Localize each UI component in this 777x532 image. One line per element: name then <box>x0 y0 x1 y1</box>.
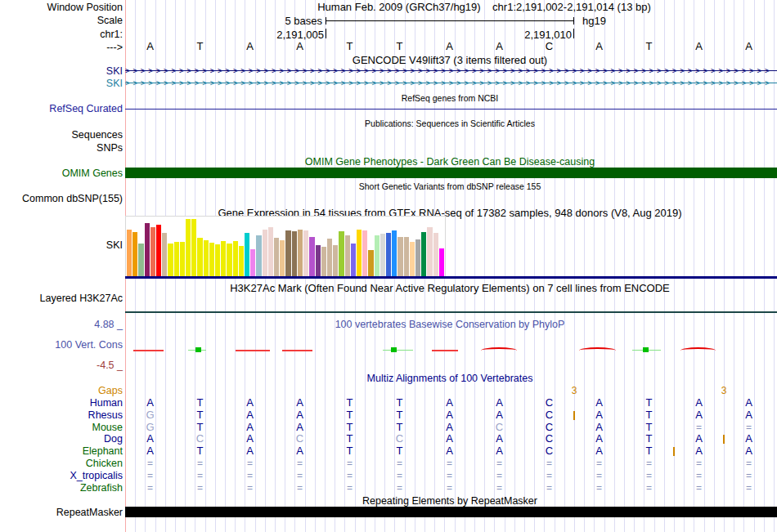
window-position-label: Window Position <box>0 2 123 13</box>
alignment-base: = <box>674 458 724 469</box>
repeatmasker-bar[interactable] <box>125 507 777 517</box>
gtex-bar <box>174 242 179 276</box>
gencode-transcript-arrows-1[interactable]: >>>>>>>>>>>>>>>>>>>>>>>>>>>>>>>>>>>>>>>>… <box>125 65 777 77</box>
gencode-transcript-label-1[interactable]: SKI <box>0 65 123 77</box>
h3k27ac-signal-line[interactable] <box>125 311 777 313</box>
phylop-green-square <box>391 347 397 352</box>
gtex-bars[interactable] <box>127 217 444 276</box>
alignment-base: A <box>674 433 724 445</box>
multiz-track-title: Multiz Alignments of 100 Vertebrates <box>125 373 775 384</box>
insertion-tick <box>673 447 675 456</box>
gtex-bar <box>345 235 350 276</box>
alignment-row[interactable]: ============= <box>125 458 774 469</box>
scale-bar <box>326 20 574 21</box>
alignment-species-label[interactable]: Zebrafish <box>0 482 123 494</box>
omim-gene-bar[interactable] <box>125 168 777 178</box>
alignment-base: T <box>325 397 375 409</box>
h3k27ac-label[interactable]: Layered H3K27Ac <box>0 293 123 304</box>
gap-count: 3 <box>568 385 580 396</box>
publications-track-title: Publications: Sequences in Scientific Ar… <box>125 118 775 128</box>
alignment-base: A <box>125 397 175 409</box>
alignment-row[interactable]: ============= <box>125 482 774 494</box>
gtex-bar <box>357 230 362 276</box>
gtex-bar <box>180 242 185 276</box>
publications-snps-label[interactable]: SNPs <box>0 142 123 154</box>
alignment-base: C <box>524 409 574 421</box>
phylop-flat-segment <box>236 350 270 351</box>
gtex-bar <box>380 234 385 276</box>
gtex-bar <box>439 248 444 276</box>
alignment-base: T <box>624 433 674 445</box>
gtex-bar <box>227 244 231 276</box>
dbsnp-label[interactable]: Common dbSNP(155) <box>0 193 123 204</box>
gtex-bar <box>168 244 173 276</box>
alignment-base: T <box>175 445 225 457</box>
alignment-base: = <box>424 458 474 469</box>
alignment-species-label[interactable]: Mouse <box>0 422 123 433</box>
alignment-base: = <box>624 482 674 494</box>
alignment-base: A <box>225 422 275 433</box>
alignment-base: = <box>524 458 574 469</box>
gtex-bar <box>351 244 356 276</box>
gtex-bar <box>197 238 202 276</box>
alignment-base: G <box>125 422 175 433</box>
refseq-curated-line[interactable] <box>125 109 777 110</box>
alignment-species-label[interactable]: Chicken <box>0 458 123 469</box>
gtex-bar <box>162 233 167 276</box>
alignment-species-label[interactable]: Elephant <box>0 445 123 457</box>
alignment-base: = <box>574 482 624 494</box>
alignment-row[interactable]: ATAATTAACATAA <box>125 397 774 409</box>
alignment-species-label[interactable]: X_tropicalis <box>0 470 123 481</box>
alignment-base: A <box>275 445 325 457</box>
refseq-curated-label[interactable]: RefSeq Curated <box>0 103 123 114</box>
alignment-base: A <box>574 422 624 433</box>
gtex-bar <box>392 230 397 276</box>
alignment-base: = <box>624 458 674 469</box>
phylop-track[interactable] <box>0 347 777 355</box>
publications-sequences-label[interactable]: Sequences <box>0 129 123 141</box>
alignment-base: A <box>724 397 774 409</box>
alignment-base: A <box>125 445 175 457</box>
gtex-bar <box>433 233 438 276</box>
alignment-base: A <box>275 397 325 409</box>
alignment-base: A <box>225 445 275 457</box>
alignment-base: T <box>624 409 674 421</box>
repeatmasker-label[interactable]: RepeatMasker <box>0 507 123 518</box>
gencode-transcript-arrows-2[interactable]: >>>>>>>>>>>>>>>>>>>>>>>>>>>>>>>>>>>>>>>>… <box>125 78 777 89</box>
alignment-base: = <box>375 470 424 481</box>
alignment-base: T <box>325 409 375 421</box>
alignment-species-label[interactable]: Human <box>0 397 123 409</box>
alignment-gaps-label[interactable]: Gaps <box>0 385 123 396</box>
alignment-row[interactable]: ACACTCAACATAA <box>125 433 774 445</box>
gtex-bar <box>298 230 303 276</box>
alignment-base: A <box>424 433 474 445</box>
alignment-base: A <box>474 445 524 457</box>
gtex-bar <box>256 235 261 276</box>
alignment-base: A <box>474 397 524 409</box>
alignment-row[interactable]: GTAATTACCAT== <box>125 422 774 433</box>
gtex-gene-label[interactable]: SKI <box>0 239 123 251</box>
gencode-transcript-label-2[interactable]: SKI <box>0 78 123 89</box>
alignment-base: A <box>674 445 724 457</box>
alignment-base: = <box>375 482 424 494</box>
phylop-green-square <box>195 347 201 352</box>
alignment-row[interactable]: GTAATTAACATAA <box>125 409 774 421</box>
phylop-green-square <box>643 347 649 352</box>
alignment-base: = <box>624 470 674 481</box>
coordinate-right: 2,191,010 <box>508 29 572 41</box>
h3k27ac-track-title: H3K27Ac Mark (Often Found Near Active Re… <box>125 282 775 294</box>
gtex-bar <box>309 237 314 276</box>
alignment-base: = <box>724 422 774 433</box>
alignment-base: A <box>275 409 325 421</box>
alignment-species-label[interactable]: Rhesus <box>0 409 123 421</box>
gtex-bar <box>421 232 426 276</box>
base-row[interactable]: ATAATTAACATAA <box>125 41 774 52</box>
alignment-base: = <box>325 470 375 481</box>
alignment-row[interactable]: ATAATTAACATAA <box>125 445 774 457</box>
alignment-species-label[interactable]: Dog <box>0 433 123 445</box>
gtex-bar <box>245 233 249 276</box>
alignment-base: A <box>474 433 524 445</box>
omim-genes-label[interactable]: OMIM Genes <box>0 168 123 179</box>
alignment-base: = <box>175 482 225 494</box>
alignment-row[interactable]: ============= <box>125 470 774 481</box>
